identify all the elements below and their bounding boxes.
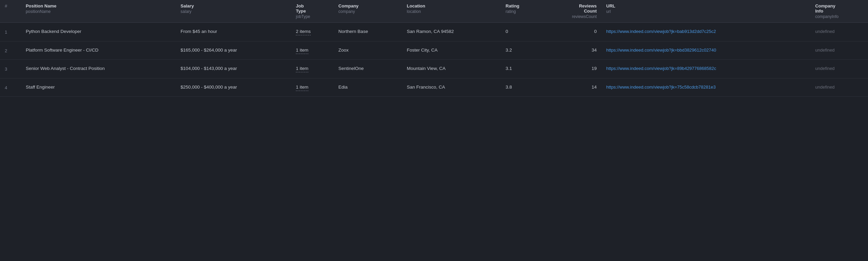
cell-job-type: 2 items xyxy=(291,23,334,41)
table-row: 2 Platform Software Engineer - CI/CD $16… xyxy=(0,41,868,60)
col-header-rating: Rating rating xyxy=(501,0,542,23)
table-header-row: # Position Name positionName Salary sala… xyxy=(0,0,868,23)
cell-location: San Ramon, CA 94582 xyxy=(402,23,501,41)
data-table-container: # Position Name positionName Salary sala… xyxy=(0,0,868,97)
cell-job-type: 1 item xyxy=(291,41,334,60)
cell-salary: $104,000 - $143,000 a year xyxy=(176,60,291,78)
cell-position-name: Python Backend Developer xyxy=(21,23,176,41)
cell-company: Northern Base xyxy=(334,23,402,41)
cell-reviews-count: 19 xyxy=(542,60,601,78)
col-header-company-info: CompanyInfo companyInfo xyxy=(811,0,868,23)
table-row: 1 Python Backend Developer From $45 an h… xyxy=(0,23,868,41)
jobs-table: # Position Name positionName Salary sala… xyxy=(0,0,868,97)
table-row: 4 Staff Engineer $250,000 - $400,000 a y… xyxy=(0,78,868,97)
col-header-position-name: Position Name positionName xyxy=(21,0,176,23)
cell-reviews-count: 34 xyxy=(542,41,601,60)
cell-location: San Francisco, CA xyxy=(402,78,501,97)
cell-row-num: 2 xyxy=(0,41,21,60)
cell-job-type: 1 item xyxy=(291,78,334,97)
cell-company: SentinelOne xyxy=(334,60,402,78)
cell-reviews-count: 14 xyxy=(542,78,601,97)
cell-salary: $250,000 - $400,000 a year xyxy=(176,78,291,97)
cell-company: Zoox xyxy=(334,41,402,60)
job-type-badge[interactable]: 1 item xyxy=(296,47,308,54)
col-header-reviews-count: ReviewsCount reviewsCount xyxy=(542,0,601,23)
url-link[interactable]: https://www.indeed.com/viewjob?jk=89b429… xyxy=(606,66,716,71)
cell-company-info: undefined xyxy=(811,78,868,97)
url-link[interactable]: https://www.indeed.com/viewjob?jk=bab913… xyxy=(606,29,716,34)
col-header-salary: Salary salary xyxy=(176,0,291,23)
cell-company-info: undefined xyxy=(811,41,868,60)
cell-company-info: undefined xyxy=(811,23,868,41)
col-header-job-type: JobType jobType xyxy=(291,0,334,23)
cell-company: Edia xyxy=(334,78,402,97)
cell-position-name: Staff Engineer xyxy=(21,78,176,97)
cell-row-num: 1 xyxy=(0,23,21,41)
cell-reviews-count: 0 xyxy=(542,23,601,41)
cell-row-num: 4 xyxy=(0,78,21,97)
url-link[interactable]: https://www.indeed.com/viewjob?jk=75c58c… xyxy=(606,85,716,90)
cell-url: https://www.indeed.com/viewjob?jk=bbd382… xyxy=(601,41,811,60)
cell-url: https://www.indeed.com/viewjob?jk=75c58c… xyxy=(601,78,811,97)
job-type-badge[interactable]: 2 items xyxy=(296,28,311,35)
job-type-badge[interactable]: 1 item xyxy=(296,84,308,91)
job-type-badge[interactable]: 1 item xyxy=(296,65,308,72)
cell-job-type: 1 item xyxy=(291,60,334,78)
col-header-location: Location location xyxy=(402,0,501,23)
cell-row-num: 3 xyxy=(0,60,21,78)
cell-salary: From $45 an hour xyxy=(176,23,291,41)
cell-url: https://www.indeed.com/viewjob?jk=89b429… xyxy=(601,60,811,78)
cell-rating: 3.2 xyxy=(501,41,542,60)
col-header-hash: # xyxy=(0,0,21,23)
col-header-url: URL url xyxy=(601,0,811,23)
cell-rating: 3.1 xyxy=(501,60,542,78)
cell-location: Mountain View, CA xyxy=(402,60,501,78)
cell-company-info: undefined xyxy=(811,60,868,78)
cell-salary: $165,000 - $264,000 a year xyxy=(176,41,291,60)
cell-position-name: Platform Software Engineer - CI/CD xyxy=(21,41,176,60)
cell-url: https://www.indeed.com/viewjob?jk=bab913… xyxy=(601,23,811,41)
cell-rating: 3.8 xyxy=(501,78,542,97)
cell-rating: 0 xyxy=(501,23,542,41)
col-header-company: Company company xyxy=(334,0,402,23)
url-link[interactable]: https://www.indeed.com/viewjob?jk=bbd382… xyxy=(606,48,716,53)
cell-position-name: Senior Web Analyst - Contract Position xyxy=(21,60,176,78)
cell-location: Foster City, CA xyxy=(402,41,501,60)
table-row: 3 Senior Web Analyst - Contract Position… xyxy=(0,60,868,78)
